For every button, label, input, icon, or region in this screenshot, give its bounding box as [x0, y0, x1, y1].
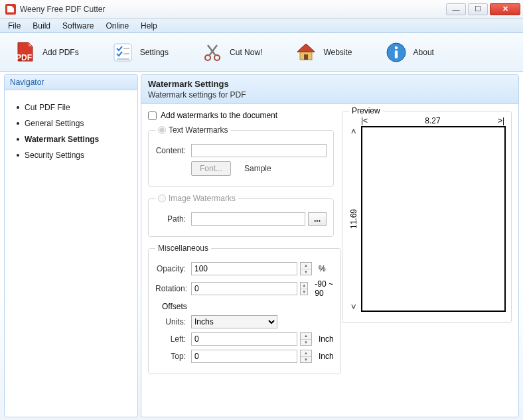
opacity-spinner[interactable]: ▲▼: [300, 262, 312, 275]
menu-online[interactable]: Online: [100, 20, 134, 32]
minimize-button[interactable]: —: [446, 3, 466, 15]
misc-legend: Miscellaneous: [158, 244, 208, 253]
website-button[interactable]: Website: [294, 40, 352, 64]
bullet-icon: [17, 122, 19, 125]
text-watermarks-group: Text Watermarks Content: Font... Sample: [148, 125, 334, 187]
nav-item-label: Cut PDF File: [25, 103, 70, 112]
about-label: About: [413, 48, 434, 57]
content-panel: Watermark Settings Watermark settings fo…: [141, 74, 519, 417]
image-watermarks-radio[interactable]: [158, 194, 166, 202]
sample-label: Sample: [244, 164, 271, 173]
settings-button[interactable]: Settings: [111, 40, 169, 64]
menu-help[interactable]: Help: [135, 20, 163, 32]
left-spinner[interactable]: ▲▼: [300, 332, 312, 346]
rotation-input[interactable]: [191, 282, 297, 295]
ruler-horizontal: |< 8.27 >|: [360, 115, 506, 126]
preview-height: 11.69: [271, 209, 436, 229]
window-title: Weeny Free PDF Cutter: [20, 5, 446, 14]
units-select[interactable]: Inchs: [191, 315, 277, 328]
left-label: Left:: [155, 334, 188, 344]
toolbar: PDF Add PDFs Settings Cut Now! Website A…: [0, 33, 523, 72]
nav-item-label: General Settings: [25, 119, 84, 128]
bullet-icon: [17, 106, 19, 109]
opacity-input[interactable]: [191, 262, 297, 275]
rotation-range: -90 ~ 90: [315, 279, 333, 298]
nav-item-label: Security Settings: [25, 151, 84, 160]
nav-item-security[interactable]: Security Settings: [17, 147, 132, 163]
svg-rect-8: [304, 54, 308, 60]
about-button[interactable]: About: [384, 40, 434, 64]
nav-item-general[interactable]: General Settings: [17, 115, 132, 131]
add-pdfs-label: Add PDFs: [42, 48, 79, 57]
svg-rect-11: [394, 50, 397, 58]
nav-item-cut-pdf[interactable]: Cut PDF File: [17, 100, 132, 115]
panel-title: Watermark Settings: [148, 79, 512, 89]
pdf-icon: PDF: [13, 40, 37, 64]
content-header: Watermark Settings Watermark settings fo…: [141, 75, 518, 104]
titlebar: Weeny Free PDF Cutter — ☐ ✕: [0, 0, 523, 19]
add-watermarks-checkbox[interactable]: [148, 111, 157, 120]
cut-now-label: Cut Now!: [230, 48, 262, 57]
top-unit: Inch: [319, 352, 334, 361]
preview-group: Preview |< 8.27 >| > 11.69 <: [342, 111, 512, 323]
preview-width: 8.27: [369, 116, 496, 125]
font-button[interactable]: Font...: [191, 161, 231, 176]
settings-label: Settings: [140, 48, 169, 57]
add-watermarks-label: Add watermarks to the document: [161, 111, 277, 120]
rotation-spinner[interactable]: ▲▼: [300, 282, 308, 295]
bullet-icon: [17, 138, 19, 141]
rotation-label: Rotation:: [155, 284, 188, 293]
navigator-title: Navigator: [5, 75, 137, 90]
content-input[interactable]: [191, 144, 327, 157]
menu-file[interactable]: File: [3, 20, 26, 32]
maximize-button[interactable]: ☐: [468, 3, 488, 15]
top-label: Top:: [155, 352, 188, 361]
ruler-vertical: > 11.69 <: [348, 126, 360, 312]
image-watermarks-legend: Image Watermarks: [169, 194, 236, 203]
close-button[interactable]: ✕: [490, 3, 520, 15]
website-label: Website: [323, 48, 352, 57]
scissors-icon: [200, 40, 224, 64]
checklist-icon: [111, 40, 135, 64]
nav-item-watermark[interactable]: Watermark Settings: [17, 131, 132, 147]
menubar: File Build Software Online Help: [0, 19, 523, 33]
offsets-label: Offsets: [162, 302, 334, 311]
panel-subtitle: Watermark settings for PDF: [148, 90, 512, 100]
svg-text:PDF: PDF: [16, 52, 32, 62]
menu-build[interactable]: Build: [27, 20, 56, 32]
opacity-unit: %: [319, 264, 326, 273]
house-icon: [294, 40, 318, 64]
navigator-panel: Navigator Cut PDF File General Settings …: [4, 74, 138, 417]
add-pdfs-button[interactable]: PDF Add PDFs: [13, 40, 79, 64]
nav-item-label: Watermark Settings: [25, 135, 99, 144]
opacity-label: Opacity:: [155, 264, 188, 273]
svg-point-10: [394, 46, 397, 48]
preview-legend: Preview: [349, 106, 383, 115]
path-label: Path:: [155, 214, 188, 224]
info-icon: [384, 40, 408, 64]
app-icon: [5, 4, 16, 15]
text-watermarks-legend: Text Watermarks: [169, 125, 228, 135]
left-unit: Inch: [319, 334, 334, 344]
units-label: Units:: [155, 317, 188, 326]
top-input[interactable]: [191, 350, 297, 363]
cut-now-button[interactable]: Cut Now!: [200, 40, 262, 64]
menu-software[interactable]: Software: [57, 20, 99, 32]
top-spinner[interactable]: ▲▼: [300, 350, 312, 363]
content-label: Content:: [155, 146, 188, 155]
miscellaneous-group: Miscellaneous Opacity: ▲▼ % Rotation: ▲▼…: [148, 244, 341, 374]
bullet-icon: [17, 154, 19, 157]
left-input[interactable]: [191, 332, 297, 346]
svg-rect-2: [114, 44, 131, 61]
text-watermarks-radio[interactable]: [158, 126, 166, 134]
